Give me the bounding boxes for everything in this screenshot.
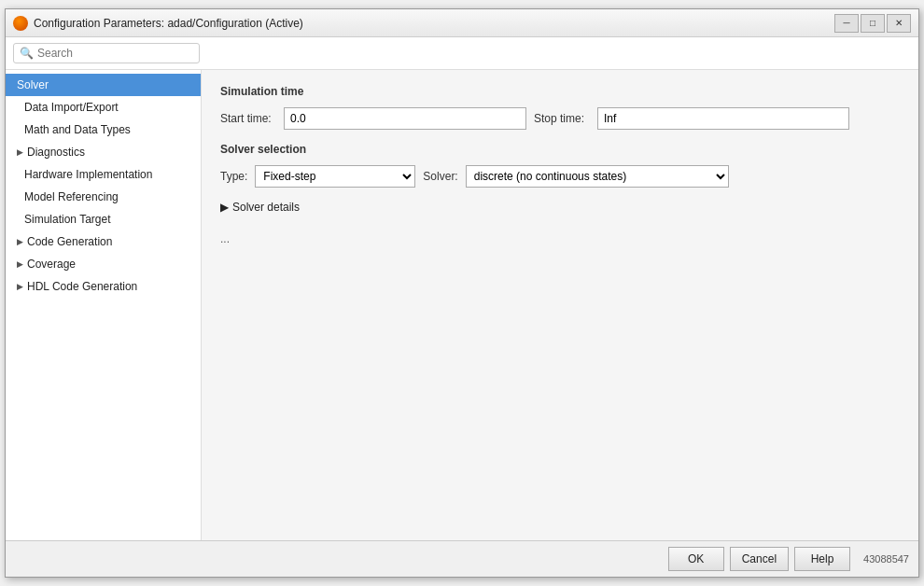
sidebar-item-coverage[interactable]: ▶ Coverage bbox=[6, 253, 201, 275]
start-time-input[interactable] bbox=[284, 107, 526, 130]
solver-details-arrow-icon: ▶ bbox=[220, 201, 229, 214]
expand-arrow-icon: ▶ bbox=[17, 147, 23, 157]
window-controls: ─ □ ✕ bbox=[834, 14, 911, 33]
sidebar-item-label: Coverage bbox=[27, 258, 76, 271]
sidebar-item-math-and-data-types[interactable]: Math and Data Types bbox=[6, 119, 201, 141]
ellipsis-text: ... bbox=[220, 232, 900, 245]
cancel-button[interactable]: Cancel bbox=[730, 547, 789, 571]
time-row: Start time: Stop time: bbox=[220, 107, 900, 130]
solver-type-row: Type: Fixed-step Variable-step Solver: d… bbox=[220, 165, 900, 188]
main-window: Configuration Parameters: adad/Configura… bbox=[5, 8, 919, 578]
expand-arrow-icon: ▶ bbox=[17, 259, 23, 269]
sidebar-item-hdl-code-generation[interactable]: ▶ HDL Code Generation bbox=[6, 275, 201, 298]
titlebar-left: Configuration Parameters: adad/Configura… bbox=[13, 16, 303, 31]
solver-label: Solver: bbox=[423, 170, 457, 183]
content-area: Simulation time Start time: Stop time: S… bbox=[202, 70, 918, 540]
maximize-button[interactable]: □ bbox=[861, 14, 885, 33]
stop-time-label: Stop time: bbox=[534, 112, 590, 125]
sidebar-item-solver[interactable]: Solver bbox=[6, 74, 201, 96]
sidebar-item-label: Solver bbox=[17, 78, 49, 91]
sidebar-item-simulation-target[interactable]: Simulation Target bbox=[6, 208, 201, 230]
version-text: 43088547 bbox=[863, 553, 909, 565]
ok-button[interactable]: OK bbox=[668, 547, 724, 571]
stop-time-input[interactable] bbox=[597, 107, 849, 130]
search-icon: 🔍 bbox=[20, 47, 34, 60]
sidebar-item-label: HDL Code Generation bbox=[27, 280, 137, 293]
search-bar: 🔍 bbox=[6, 37, 918, 70]
simulation-time-title: Simulation time bbox=[220, 85, 900, 98]
type-select-wrapper: Fixed-step Variable-step bbox=[255, 165, 415, 188]
sidebar: Solver Data Import/Export Math and Data … bbox=[6, 70, 202, 540]
sidebar-item-label: Diagnostics bbox=[27, 146, 85, 159]
search-wrapper: 🔍 bbox=[13, 43, 200, 63]
solver-selection-title: Solver selection bbox=[220, 143, 900, 156]
expand-arrow-icon: ▶ bbox=[17, 282, 23, 291]
sidebar-item-hardware-implementation[interactable]: Hardware Implementation bbox=[6, 163, 201, 186]
help-button[interactable]: Help bbox=[794, 547, 850, 571]
expand-arrow-icon: ▶ bbox=[17, 237, 23, 246]
solver-select[interactable]: discrete (no continuous states) ode1 (Eu… bbox=[467, 166, 728, 187]
sidebar-item-diagnostics[interactable]: ▶ Diagnostics bbox=[6, 141, 201, 163]
minimize-button[interactable]: ─ bbox=[834, 14, 859, 33]
sidebar-item-label: Math and Data Types bbox=[24, 123, 131, 136]
sidebar-item-model-referencing[interactable]: Model Referencing bbox=[6, 186, 201, 208]
solver-selection-section: Solver selection Type: Fixed-step Variab… bbox=[220, 143, 900, 188]
start-time-label: Start time: bbox=[220, 112, 276, 125]
solver-details-label: Solver details bbox=[232, 201, 300, 214]
window-title: Configuration Parameters: adad/Configura… bbox=[34, 17, 303, 30]
sidebar-item-code-generation[interactable]: ▶ Code Generation bbox=[6, 230, 201, 253]
type-select[interactable]: Fixed-step Variable-step bbox=[256, 166, 414, 187]
solver-select-wrapper: discrete (no continuous states) ode1 (Eu… bbox=[466, 165, 729, 188]
app-icon bbox=[13, 16, 28, 31]
sidebar-item-label: Data Import/Export bbox=[24, 101, 119, 114]
sidebar-item-label: Model Referencing bbox=[24, 190, 119, 203]
sidebar-item-label: Simulation Target bbox=[24, 213, 111, 226]
sidebar-item-data-import-export[interactable]: Data Import/Export bbox=[6, 96, 201, 119]
close-button[interactable]: ✕ bbox=[887, 14, 911, 33]
titlebar: Configuration Parameters: adad/Configura… bbox=[6, 9, 918, 37]
sidebar-item-label: Hardware Implementation bbox=[24, 168, 152, 181]
search-input[interactable] bbox=[37, 47, 193, 60]
main-content: Solver Data Import/Export Math and Data … bbox=[6, 70, 918, 540]
type-label: Type: bbox=[220, 170, 247, 183]
footer: OK Cancel Help 43088547 bbox=[6, 540, 918, 577]
simulation-time-section: Simulation time Start time: Stop time: bbox=[220, 85, 900, 130]
solver-details-toggle[interactable]: ▶ Solver details bbox=[220, 201, 900, 214]
sidebar-item-label: Code Generation bbox=[27, 235, 112, 248]
